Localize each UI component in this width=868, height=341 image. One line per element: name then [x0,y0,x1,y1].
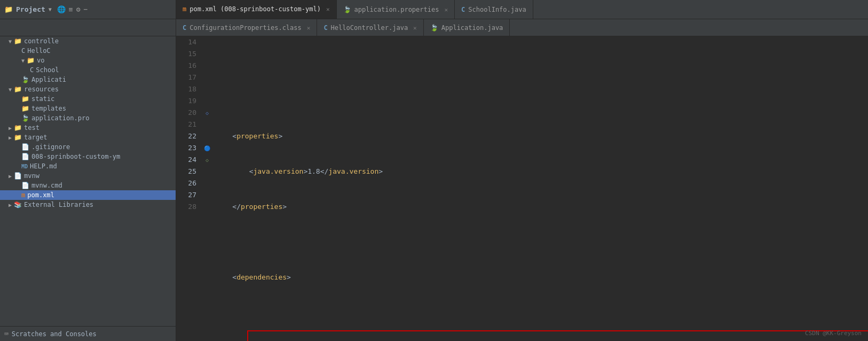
chevron-down-icon: ▼ [49,6,52,12]
code-content[interactable]: <properties> <java.version>1.8</java.ver… [211,36,868,341]
tab-applicationjava[interactable]: 🍃 Application.java [424,19,510,36]
extlib-icon: 📚 [14,201,22,208]
tab-pom-xml[interactable]: m pom.xml (008-sprinboot-custom-yml) ✕ [176,0,337,19]
arrow-icon: ▼ [9,38,12,44]
tab-configprops-close[interactable]: ✕ [307,25,311,32]
file-icon: 📄 [21,153,29,160]
sidebar: ▼ 📁 controlle C HelloC ▼ 📁 vo C School [0,36,176,326]
sidebar-label: mvnw.cmd [31,182,62,189]
sidebar-label: 008-sprinboot-custom-ym [31,153,120,160]
file-icon: 📄 [21,143,29,151]
sidebar-item-extlibs[interactable]: ▶ 📚 External Libraries [0,200,176,210]
code-editor[interactable]: 14 15 16 17 18 19 20 21 22 23 24 25 26 2… [176,36,868,341]
sidebar-label: HELP.md [30,162,57,170]
arrow-icon: ▶ [9,173,12,179]
sidebar-label: static [31,95,54,103]
folder-icon: 📁 [14,37,22,45]
globe-icon[interactable]: 🌐 [57,5,66,13]
settings-icon[interactable]: ⚙ [76,5,81,13]
tab-application-properties[interactable]: 🍃 application.properties ✕ [337,0,455,19]
editor-area: 14 15 16 17 18 19 20 21 22 23 24 25 26 2… [176,36,868,341]
sidebar-label: mvnw [24,172,40,180]
sidebar-label: External Libraries [24,201,93,208]
arrow-icon: ▶ [9,135,12,141]
folder-icon: 📁 [21,105,29,112]
java-icon: C [30,66,34,74]
m-icon: m [21,191,25,199]
sidebar-label: .gitignore [31,143,70,151]
tab-hellocontroller-close[interactable]: ✕ [413,25,417,32]
app-icon: 🍃 [21,76,29,83]
tab-applicationjava-label: Application.java [441,24,503,32]
sidebar-label: pom.xml [27,191,54,199]
md-icon: MD [21,164,28,169]
console-icon: ⌨ [4,330,9,338]
line-numbers: 14 15 16 17 18 19 20 21 22 23 24 25 26 2… [176,36,203,341]
sidebar-item-mvnwcmd[interactable]: 📄 mvnw.cmd [0,181,176,190]
file-icon: 📄 [21,182,29,189]
bars-icon[interactable]: ≡ [69,5,73,13]
configprops-icon: C [183,24,186,32]
folder-icon: 📁 [21,95,29,103]
tab-bar-row2: C ConfigurationProperties.class ✕ C Hell… [0,19,868,36]
sidebar-item-applicati[interactable]: 🍃 Applicati [0,75,176,84]
arrow-icon: ▶ [9,202,12,208]
sidebar-label: test [24,124,40,131]
sidebar-item-templates[interactable]: 📁 templates [0,104,176,113]
sidebar-item-gitignore[interactable]: 📄 .gitignore [0,142,176,152]
tab-pom-close[interactable]: ✕ [326,6,330,13]
sidebar-label: Applicati [31,76,66,83]
tab-bar-row1: m pom.xml (008-sprinboot-custom-yml) ✕ 🍃… [176,0,868,19]
sidebar-item-resources[interactable]: ▼ 📁 resources [0,84,176,94]
project-title: Project [16,5,45,13]
tab-pom-label: pom.xml (008-sprinboot-custom-yml) [190,5,321,13]
sidebar-label: controlle [24,37,59,45]
java-icon: C [21,47,25,55]
tab-appprops-label: application.properties [354,6,439,13]
watermark: CSDN @KK-Greyson [805,330,862,337]
sidebar-item-helpmd[interactable]: MD HELP.md [0,161,176,171]
tab-schoolinfo-java[interactable]: C SchoolInfo.java [455,0,533,19]
sidebar-label: resources [24,86,59,93]
sidebar-item-mvnw[interactable]: ▶ 📄 mvnw [0,171,176,181]
gutter: ◇ 🔵 ◇ [203,36,211,341]
arrow-icon: ▶ [9,125,12,131]
sidebar-item-008[interactable]: 📄 008-sprinboot-custom-ym [0,152,176,161]
sidebar-item-target[interactable]: ▶ 📁 target [0,133,176,142]
tab-hellocontroller[interactable]: C HelloController.java ✕ [317,19,423,36]
project-header[interactable]: 📁 Project ▼ 🌐 ≡ ⚙ − [0,0,176,19]
sidebar-item-appprops[interactable]: 🍃 application.pro [0,113,176,123]
applicationjava-icon: 🍃 [430,24,438,32]
tab-schoolinfo-label: SchoolInfo.java [468,6,526,13]
folder-icon: 📄 [14,172,22,180]
highlighted-block: <!--处理ConfigurationProperties有关的元数据|--> … [247,330,868,341]
sidebar-label: School [36,66,59,74]
tab-configprops[interactable]: C ConfigurationProperties.class ✕ [176,19,317,36]
arrow-icon: ▼ [9,87,12,92]
sidebar-item-controller[interactable]: ▼ 📁 controlle [0,36,176,46]
sidebar-item-school[interactable]: C School [0,65,176,75]
folder-icon: 📁 [14,134,22,141]
tab-appprops-close[interactable]: ✕ [444,6,448,13]
sidebar-label: target [24,134,47,141]
arrow-icon: ▼ [21,58,25,64]
sidebar-item-helloc[interactable]: C HelloC [0,46,176,56]
sidebar-item-pomxml[interactable]: m pom.xml [0,190,176,200]
sidebar-item-test[interactable]: ▶ 📁 test [0,123,176,133]
sidebar-item-vo[interactable]: ▼ 📁 vo [0,56,176,65]
folder-icon: 📁 [4,5,13,13]
folder-icon: 📁 [27,57,35,64]
props-icon: 🍃 [21,114,29,122]
sidebar-label: HelloC [27,47,50,55]
hellocontroller-icon: C [323,24,327,32]
sidebar-label: vo [37,57,44,64]
tab-configprops-label: ConfigurationProperties.class [190,24,302,32]
scratches-consoles[interactable]: ⌨ Scratches and Consoles [0,326,176,341]
schoolinfo-icon: C [461,6,465,13]
m-tab-icon: m [183,5,186,13]
scratches-label: Scratches and Consoles [12,330,97,338]
tab-hellocontroller-label: HelloController.java [331,24,408,32]
sidebar-item-static[interactable]: 📁 static [0,94,176,104]
app-props-icon: 🍃 [343,6,351,13]
minus-icon[interactable]: − [83,5,88,13]
